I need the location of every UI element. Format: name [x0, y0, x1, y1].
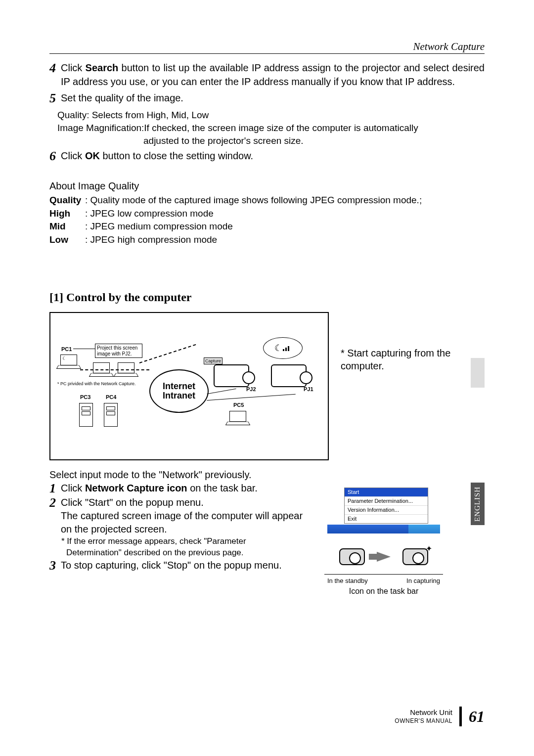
- popup-item-exit[interactable]: Exit: [345, 515, 428, 523]
- intro-text: Select input mode to the "Network" previ…: [49, 468, 485, 482]
- step-number: 3: [49, 559, 61, 573]
- projector-icon: [214, 364, 249, 387]
- lower-block: Select input mode to the "Network" previ…: [49, 468, 485, 597]
- projector-icon: [271, 364, 307, 387]
- step-body: Click Search button to list up the avail…: [61, 61, 485, 89]
- pc1-label: PC1: [61, 346, 72, 352]
- text: Set the quality of the image.: [61, 92, 183, 103]
- lower-step-1: 1 Click Network Capture icon on the task…: [49, 482, 310, 496]
- ok-label: OK: [85, 150, 100, 161]
- svg-rect-1: [285, 348, 287, 351]
- step-6: 6 Click OK button to close the setting w…: [49, 149, 485, 164]
- text: Click "Start" on the popup menu.: [61, 496, 310, 509]
- step-body: To stop capturing, click "Stop" on the p…: [61, 559, 310, 573]
- quality-line: Quality: Selects from High, Mid, Low: [57, 109, 485, 122]
- popup-illustration: Start Parameter Determination... Version…: [324, 488, 443, 597]
- page-content: 4 Click Search button to list up the ava…: [49, 61, 485, 597]
- language-tab: ENGLISH: [471, 483, 485, 525]
- def-mid: Mid : JPEG medium compression mode: [49, 220, 485, 233]
- divider: [324, 574, 443, 575]
- term: Quality: [49, 194, 85, 207]
- moon-icon: ☾: [274, 343, 282, 354]
- laptop-icon: [226, 411, 248, 426]
- network-diagram: Internet Intranet ☾ PC1 ☾ Project this s…: [49, 312, 329, 460]
- callout-box: Project this screen image with PJ2.: [95, 344, 142, 358]
- capture-button-graphic: Capture: [204, 357, 222, 364]
- dashed-connector: [80, 369, 149, 370]
- text: Click: [61, 483, 85, 493]
- pc5-label: PC5: [233, 402, 244, 408]
- connector: [207, 394, 296, 401]
- bars-icon: [282, 345, 291, 352]
- popup-menu: Start Parameter Determination... Version…: [344, 488, 428, 523]
- step-number: 5: [49, 91, 61, 106]
- text: Click: [61, 62, 86, 73]
- about-heading: About Image Quality: [49, 180, 485, 192]
- dashed-connector: [139, 344, 196, 363]
- header-rule: [49, 53, 485, 54]
- arrow-icon: [377, 552, 391, 562]
- network-capture-icon-label: Network Capture icon: [85, 483, 187, 493]
- term: Low: [49, 233, 85, 247]
- popup-item-start[interactable]: Start: [345, 488, 428, 497]
- desc: : JPEG low compression mode: [85, 207, 214, 221]
- diagram-side-caption: * Start capturing from the computer.: [341, 347, 485, 372]
- pc3-label: PC3: [80, 394, 90, 400]
- svg-rect-2: [288, 346, 289, 351]
- term-text: High: [49, 208, 70, 219]
- lower-step-3: 3 To stop capturing, click "Stop" on the…: [49, 559, 310, 573]
- thumb-tab-grey: [471, 358, 485, 388]
- error-note-2: Determination" described on the previous…: [66, 547, 310, 559]
- taskbar-caption: Icon on the task bar: [324, 586, 443, 597]
- popup-item-version[interactable]: Version Information...: [345, 506, 428, 515]
- tower-icon: [104, 403, 118, 427]
- icon-row: ✦: [324, 548, 443, 565]
- popup-item-param[interactable]: Parameter Determination...: [345, 497, 428, 506]
- icon-captions: In the standby In capturing: [324, 577, 443, 585]
- footer-text: Network Unit OWNER'S MANUAL: [395, 708, 452, 725]
- text: The captured screen image of the compute…: [61, 509, 310, 536]
- section-heading: [1] Control by the computer: [49, 291, 485, 304]
- term: High: [49, 207, 85, 221]
- pj2-label: PJ2: [246, 386, 256, 392]
- term: Mid: [49, 220, 85, 233]
- text: button to close the setting window.: [100, 150, 253, 161]
- step-body: Set the quality of the image.: [61, 91, 485, 106]
- step-number: 1: [49, 482, 61, 496]
- step-number: 4: [49, 61, 61, 89]
- text: Click: [61, 150, 85, 161]
- mag-text-2: adjusted to the projector's screen size.: [143, 134, 485, 147]
- term-text: Low: [49, 234, 68, 245]
- step-body: Click "Start" on the popup menu. The cap…: [61, 496, 310, 536]
- standby-icon: [339, 548, 365, 565]
- step-number: 6: [49, 149, 61, 164]
- page-number: 61: [469, 708, 485, 726]
- footer-unit: Network Unit: [395, 708, 452, 717]
- step-body: Click Network Capture icon on the task b…: [61, 482, 310, 496]
- def-low: Low : JPEG high compression mode: [49, 233, 485, 247]
- step-number: 2: [49, 496, 61, 536]
- connector: [207, 389, 236, 394]
- lower-left: 1 Click Network Capture icon on the task…: [49, 482, 310, 573]
- capturing-icon: ✦: [402, 548, 428, 565]
- running-header: Network Capture: [413, 41, 485, 53]
- pc4-label: PC4: [106, 394, 116, 400]
- language-label: ENGLISH: [474, 486, 482, 521]
- lower-wrap: 1 Click Network Capture icon on the task…: [49, 482, 485, 597]
- desc: : Quality mode of the captured image sho…: [85, 194, 422, 207]
- bubble-text: Internet Intranet: [163, 382, 195, 401]
- document-page: Network Capture 4 Click Search button to…: [0, 0, 534, 756]
- spark-icon: ✦: [426, 543, 432, 554]
- def-high: High : JPEG low compression mode: [49, 207, 485, 221]
- term-text: Mid: [49, 221, 66, 231]
- desc: : JPEG high compression mode: [85, 233, 217, 247]
- system-tray: [408, 525, 440, 534]
- text: button to list up the available IP addre…: [61, 62, 485, 87]
- footer-manual: OWNER'S MANUAL: [395, 717, 452, 725]
- moon-icon: ☾: [62, 356, 67, 361]
- internet-intranet-bubble: Internet Intranet: [149, 369, 209, 413]
- footer-bar: [459, 707, 462, 726]
- standby-caption: In the standby: [327, 577, 368, 585]
- def-quality: Quality : Quality mode of the captured i…: [49, 194, 485, 207]
- step-5: 5 Set the quality of the image.: [49, 91, 485, 106]
